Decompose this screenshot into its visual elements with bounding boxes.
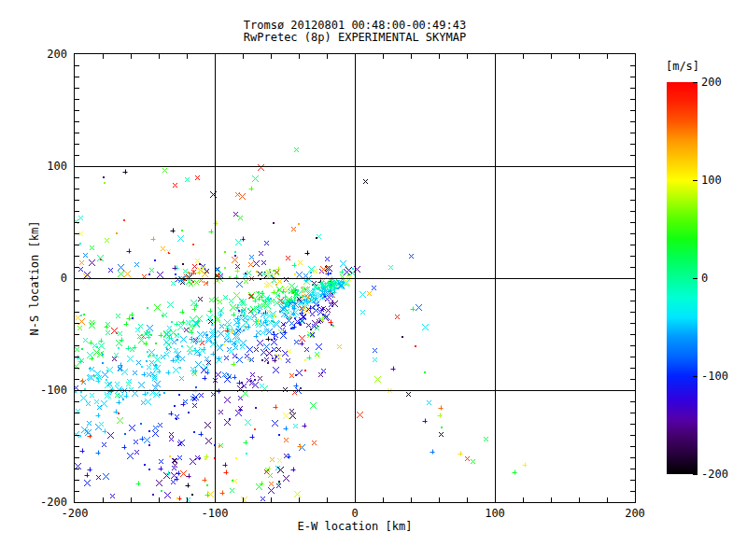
- y-axis-tick: [630, 334, 635, 335]
- colorbar-tick: [693, 82, 698, 83]
- colorbar-title: [m/s]: [654, 61, 712, 73]
- y-axis-tick: [75, 435, 79, 436]
- y-axis-tick: [630, 121, 635, 122]
- gridline-horizontal: [75, 278, 635, 279]
- y-axis-tick: [630, 211, 635, 212]
- x-axis-tick: [131, 497, 132, 502]
- y-axis-tick: [75, 88, 79, 89]
- y-axis-tick: [75, 424, 79, 425]
- y-axis-tick: [630, 323, 635, 324]
- colorbar-tick-label: 0: [701, 272, 744, 285]
- colorbar-tick: [693, 278, 698, 279]
- y-axis-tick: [630, 189, 635, 189]
- x-axis-tick: [243, 54, 244, 59]
- colorbar-tick: [693, 474, 698, 475]
- y-axis-tick: [630, 110, 635, 111]
- x-tick-label: 100: [467, 507, 523, 520]
- x-tick-label: -100: [187, 507, 243, 520]
- y-axis-tick: [75, 357, 79, 357]
- y-axis-tick: [75, 233, 79, 234]
- x-tick-label: 0: [327, 507, 383, 520]
- y-axis-tick: [630, 267, 635, 268]
- colorbar-tick-label: 200: [701, 76, 744, 89]
- y-axis-tick: [75, 144, 79, 145]
- gridline-horizontal: [75, 166, 635, 167]
- x-axis-tick: [215, 54, 216, 63]
- y-axis-tick: [75, 368, 79, 369]
- x-axis-tick: [271, 497, 272, 502]
- x-axis-tick: [159, 497, 160, 502]
- y-axis-tick: [75, 379, 79, 380]
- y-axis-tick: [630, 233, 635, 234]
- x-axis-tick: [327, 497, 328, 502]
- x-axis-tick: [467, 497, 468, 502]
- y-axis-tick: [75, 334, 79, 335]
- y-axis-tick: [75, 99, 79, 100]
- x-axis-tick: [299, 497, 300, 502]
- y-axis-tick: [630, 368, 635, 369]
- y-axis-tick: [630, 256, 635, 257]
- y-axis-tick: [75, 480, 79, 481]
- x-axis-tick: [103, 54, 104, 59]
- x-axis-tick: [355, 54, 356, 63]
- y-axis-tick: [75, 121, 79, 122]
- y-axis-tick: [630, 446, 635, 447]
- y-axis-tick: [627, 390, 635, 391]
- y-axis-tick: [630, 88, 635, 89]
- y-tick-label: 0: [21, 272, 67, 285]
- y-axis-tick: [75, 345, 79, 346]
- y-axis-tick: [630, 457, 635, 458]
- y-axis-tick: [75, 133, 79, 133]
- x-axis-tick: [103, 497, 104, 502]
- x-axis-tick: [551, 497, 552, 502]
- x-axis-tick: [411, 54, 412, 59]
- x-axis-tick: [327, 54, 328, 59]
- colorbar-tick: [693, 180, 698, 181]
- x-axis-tick: [187, 497, 188, 502]
- y-axis-tick: [630, 379, 635, 380]
- y-axis-tick: [75, 77, 79, 77]
- y-axis-tick: [75, 323, 79, 324]
- y-axis-tick: [75, 65, 79, 66]
- y-axis-tick: [75, 222, 79, 223]
- y-axis-tick: [75, 312, 79, 313]
- y-axis-tick: [75, 110, 79, 111]
- x-tick-label: 200: [607, 507, 663, 520]
- y-axis-tick: [630, 245, 635, 245]
- x-axis-tick: [439, 54, 440, 59]
- y-axis-tick: [75, 211, 79, 212]
- x-axis-tick: [159, 54, 160, 59]
- y-axis-tick: [75, 413, 79, 413]
- y-axis-tick: [630, 413, 635, 413]
- y-axis-tick: [75, 278, 83, 279]
- skymap-figure: Tromsø 20120801 00:48:00-00:49:43 RwPret…: [0, 0, 747, 560]
- x-axis-tick: [243, 497, 244, 502]
- y-axis-tick: [630, 99, 635, 100]
- x-axis-tick: [383, 54, 384, 59]
- plot-area: [74, 53, 636, 503]
- y-tick-label: 100: [21, 160, 67, 173]
- y-axis-tick: [630, 345, 635, 346]
- y-axis-tick: [630, 133, 635, 133]
- colorbar-tick-label: -200: [701, 468, 744, 481]
- y-axis-tick: [75, 301, 79, 301]
- y-axis-tick: [630, 469, 635, 469]
- x-axis-tick: [411, 497, 412, 502]
- x-axis-tick: [383, 497, 384, 502]
- y-tick-label: -100: [21, 384, 67, 397]
- x-axis-label: E-W location [km]: [75, 521, 635, 533]
- y-axis-tick: [630, 155, 635, 156]
- colorbar-tick-label: 100: [701, 174, 744, 187]
- y-axis-tick: [75, 446, 79, 447]
- x-axis-tick: [523, 497, 524, 502]
- y-axis-tick: [630, 200, 635, 201]
- x-tick-label: -200: [47, 507, 103, 520]
- x-axis-tick: [579, 54, 580, 59]
- y-axis-tick: [75, 401, 79, 402]
- y-axis-tick: [630, 144, 635, 145]
- y-axis-tick: [630, 480, 635, 481]
- y-axis-tick: [75, 469, 79, 469]
- y-axis-tick: [75, 155, 79, 156]
- y-axis-tick: [75, 166, 83, 167]
- gridline-vertical: [495, 54, 496, 502]
